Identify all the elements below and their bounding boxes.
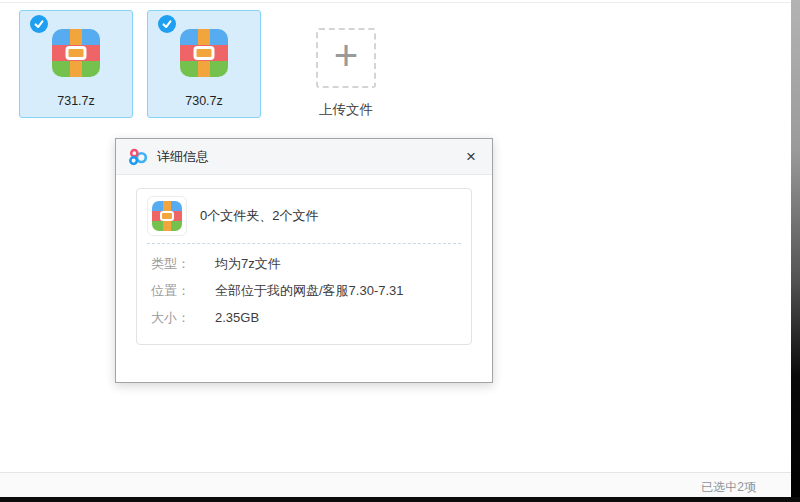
netdisk-window: 731.7z 730.7z + 上传文件: [0, 0, 800, 502]
detail-label: 大小：: [151, 304, 215, 331]
dialog-title: 详细信息: [157, 148, 209, 166]
file-card-730[interactable]: 730.7z: [147, 10, 261, 118]
check-icon[interactable]: [158, 15, 176, 33]
file-name: 731.7z: [20, 94, 132, 108]
archive-file-icon: [180, 29, 228, 77]
window-bottom-edge: [0, 497, 800, 502]
file-grid: 731.7z 730.7z + 上传文件: [19, 10, 377, 119]
detail-row-size: 大小： 2.35GB: [151, 304, 457, 331]
plus-icon: +: [334, 35, 359, 77]
details-dialog: 详细信息 × 0个文件夹、2个文件: [115, 138, 493, 383]
close-icon[interactable]: ×: [462, 146, 480, 167]
detail-rows: 类型： 均为7z文件 位置： 全部位于我的网盘/客服7.30-7.31 大小： …: [137, 244, 471, 344]
detail-value: 全部位于我的网盘/客服7.30-7.31: [215, 277, 404, 304]
file-thumbnail: [147, 196, 187, 236]
dialog-body: 0个文件夹、2个文件 类型： 均为7z文件 位置： 全部位于我的网盘/客服7.3…: [116, 175, 492, 358]
detail-value: 均为7z文件: [215, 250, 281, 277]
archive-file-icon: [152, 201, 182, 231]
detail-value: 2.35GB: [215, 304, 259, 331]
archive-file-icon: [52, 29, 100, 77]
detail-row-type: 类型： 均为7z文件: [151, 250, 457, 277]
summary-row: 0个文件夹、2个文件: [137, 189, 471, 243]
netdisk-logo-icon: [128, 147, 148, 167]
details-info-box: 0个文件夹、2个文件 类型： 均为7z文件 位置： 全部位于我的网盘/客服7.3…: [136, 188, 472, 345]
file-name: 730.7z: [148, 94, 260, 108]
check-icon[interactable]: [30, 15, 48, 33]
file-card-731[interactable]: 731.7z: [19, 10, 133, 118]
selection-summary: 0个文件夹、2个文件: [200, 207, 318, 225]
window-right-edge: [791, 0, 800, 502]
detail-label: 类型：: [151, 250, 215, 277]
detail-label: 位置：: [151, 277, 215, 304]
selection-count: 已选中2项: [701, 479, 756, 496]
upload-label: 上传文件: [319, 101, 373, 119]
upload-dropzone[interactable]: +: [316, 28, 376, 88]
upload-file-button[interactable]: + 上传文件: [315, 10, 377, 119]
dialog-header[interactable]: 详细信息 ×: [116, 139, 492, 175]
top-divider: [0, 2, 800, 3]
detail-row-location: 位置： 全部位于我的网盘/客服7.30-7.31: [151, 277, 457, 304]
